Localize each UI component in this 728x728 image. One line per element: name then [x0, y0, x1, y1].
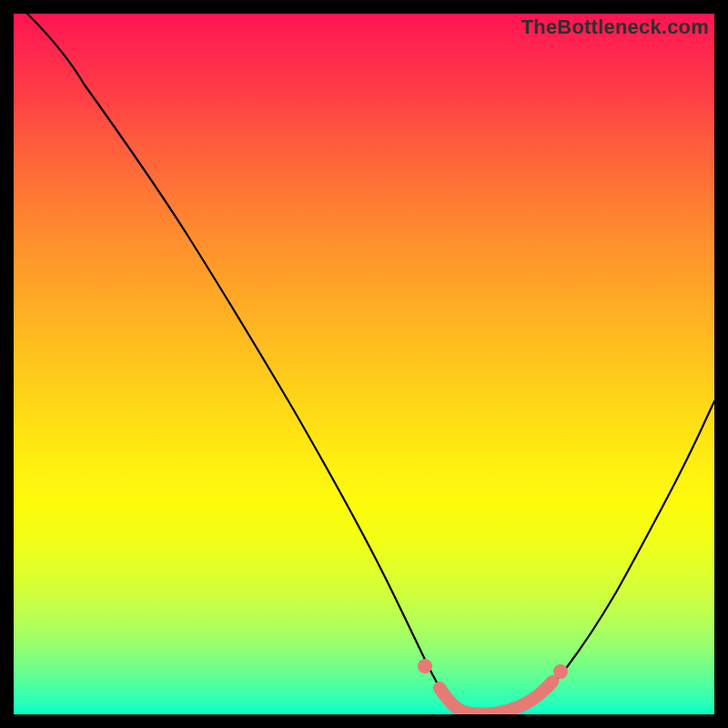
chart-frame: TheBottleneck.com	[14, 14, 714, 714]
gradient-background	[14, 14, 714, 714]
attribution-label: TheBottleneck.com	[521, 15, 709, 39]
